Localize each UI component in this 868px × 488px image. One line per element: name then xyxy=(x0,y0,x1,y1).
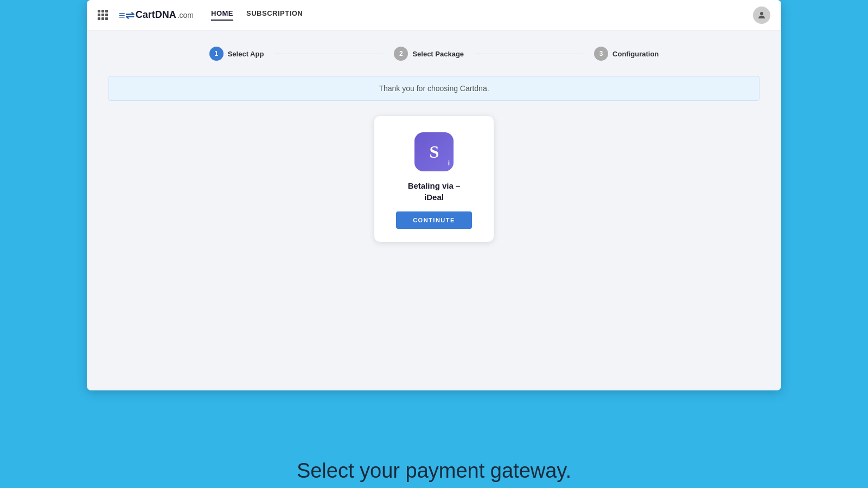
app-icon-letter: S xyxy=(430,142,439,162)
app-card: S i Betaling via – iDeal CONTINUTE xyxy=(374,116,494,242)
step-line-1-2 xyxy=(275,54,383,54)
step-1-label: Select App xyxy=(228,50,264,58)
app-icon: S i xyxy=(414,132,454,171)
caption-text: Select your payment gateway. xyxy=(297,459,571,482)
app-icon-sub: i xyxy=(448,159,449,167)
thank-you-text: Thank you for choosing Cartdna. xyxy=(379,84,489,93)
logo-com: .com xyxy=(177,11,194,20)
app-name-line2: iDeal xyxy=(424,192,444,202)
logo-brand: CartDNA xyxy=(136,9,176,21)
continue-button[interactable]: CONTINUTE xyxy=(396,211,472,229)
step-2-circle: 2 xyxy=(394,47,408,61)
step-3-circle: 3 xyxy=(594,47,608,61)
nav-link-subscription[interactable]: SUBSCRIPTION xyxy=(246,9,303,21)
app-card-container: S i Betaling via – iDeal CONTINUTE xyxy=(108,116,760,242)
thank-you-banner: Thank you for choosing Cartdna. xyxy=(108,76,760,101)
nav-link-home[interactable]: HOME xyxy=(211,9,233,21)
step-3-label: Configuration xyxy=(612,50,659,58)
app-name-line1: Betaling via – xyxy=(408,181,461,190)
stepper: 1 Select App 2 Select Package 3 Configur… xyxy=(108,47,760,61)
nav-links: HOME SUBSCRIPTION xyxy=(211,9,303,21)
bottom-caption: Select your payment gateway. xyxy=(297,448,571,488)
navbar: ≡⇌CartDNA.com HOME SUBSCRIPTION xyxy=(87,0,781,30)
main-content: 1 Select App 2 Select Package 3 Configur… xyxy=(87,30,781,390)
step-3: 3 Configuration xyxy=(594,47,659,61)
logo-text: ≡⇌ xyxy=(119,9,135,22)
step-1: 1 Select App xyxy=(209,47,264,61)
step-2-label: Select Package xyxy=(412,50,464,58)
svg-point-0 xyxy=(760,12,763,15)
logo[interactable]: ≡⇌CartDNA.com xyxy=(119,9,194,22)
user-avatar[interactable] xyxy=(753,7,770,24)
step-1-circle: 1 xyxy=(209,47,224,61)
app-name: Betaling via – iDeal xyxy=(408,180,461,203)
step-line-2-3 xyxy=(475,54,583,54)
grid-icon[interactable] xyxy=(98,10,108,20)
step-2: 2 Select Package xyxy=(394,47,464,61)
browser-window: ≡⇌CartDNA.com HOME SUBSCRIPTION 1 Select… xyxy=(87,0,781,390)
